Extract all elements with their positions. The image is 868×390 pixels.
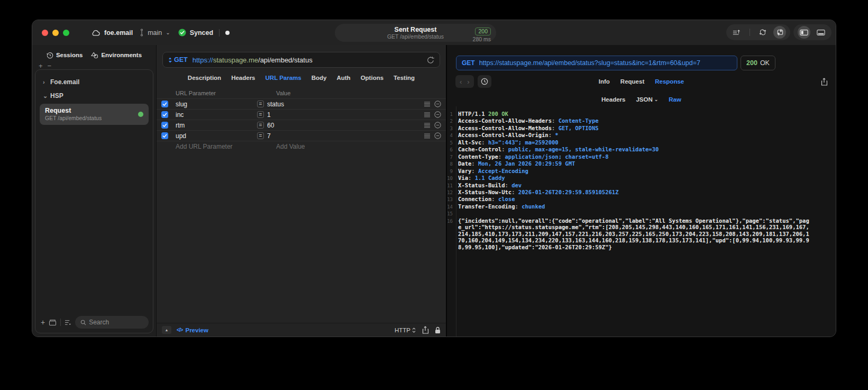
divider <box>60 319 61 326</box>
line-number: 2 <box>447 117 455 124</box>
tab-description[interactable]: Description <box>188 75 221 81</box>
line-number: 16 <box>447 217 455 250</box>
minimize-window-button[interactable] <box>52 30 59 36</box>
drag-handle-icon[interactable] <box>424 112 430 117</box>
toolbar-group-left <box>726 24 790 40</box>
remove-param-icon[interactable] <box>434 122 441 129</box>
swap-arrows-icon[interactable] <box>756 26 769 39</box>
drag-handle-icon[interactable] <box>424 102 430 107</box>
response-subtabs: HeadersJSON⌄Raw <box>447 93 836 106</box>
branch-chevron-icon[interactable]: ⌄ <box>166 30 170 35</box>
param-value-field[interactable]: 60 <box>267 122 424 129</box>
sidebar-tab-sessions[interactable]: Sessions <box>47 52 83 59</box>
tree-item-foe-email[interactable]: › Foe.email <box>39 75 150 89</box>
zoom-window-button[interactable] <box>63 30 69 36</box>
tab-url-params[interactable]: URL Params <box>266 75 301 81</box>
remove-param-icon[interactable] <box>434 101 441 107</box>
param-enabled-checkbox[interactable] <box>161 122 168 129</box>
add-value-placeholder[interactable]: Add Value <box>276 143 446 150</box>
add-url-parameter-placeholder[interactable]: Add URL Parameter <box>176 143 264 150</box>
lock-icon[interactable] <box>435 326 441 334</box>
add-session-button[interactable]: + <box>39 62 43 69</box>
response-line: 16{"incidents":null,"overall":{"code":"o… <box>447 217 836 250</box>
tab-testing[interactable]: Testing <box>394 75 415 81</box>
response-line: 6Cache-Control: public, max-age=15, stal… <box>447 146 836 153</box>
url-path[interactable]: /api/embed/status <box>258 56 313 64</box>
sent-request-summary[interactable]: Sent Request GET /api/embed/status 200 2… <box>335 24 496 42</box>
response-line: 10Via: 1.1 Caddy <box>447 175 836 182</box>
export-response-icon[interactable] <box>821 78 827 86</box>
request-item-subtitle: GET /api/embed/status <box>45 115 138 122</box>
tab-options[interactable]: Options <box>361 75 383 81</box>
param-name-field[interactable]: upd <box>176 132 257 140</box>
sync-status: Synced <box>190 29 213 37</box>
request-list-item-selected[interactable]: Request GET /api/embed/status <box>40 104 149 125</box>
shapes-icon <box>91 52 98 59</box>
equals-icon: = <box>257 122 264 129</box>
add-request-button[interactable]: + <box>41 318 45 326</box>
param-enabled-checkbox[interactable] <box>161 132 168 139</box>
tab-headers[interactable]: Headers <box>601 96 625 103</box>
tab-raw[interactable]: Raw <box>669 96 681 103</box>
param-value-field[interactable]: 1 <box>267 111 424 119</box>
request-editor: GET https://statuspage.me/api/embed/stat… <box>157 45 446 337</box>
branch-name[interactable]: main <box>148 29 162 37</box>
method-stepper-icon[interactable] <box>168 57 172 63</box>
tree-item-hsp[interactable]: ⌄ HSP <box>39 89 150 103</box>
line-number: 11 <box>447 182 455 189</box>
request-method[interactable]: GET <box>174 56 188 64</box>
param-value-field[interactable]: status <box>267 101 424 108</box>
param-name-field[interactable]: slug <box>176 101 257 108</box>
left-sidebar-toggle-icon[interactable] <box>798 26 810 39</box>
drag-handle-icon[interactable] <box>424 133 430 139</box>
tab-response[interactable]: Response <box>655 78 684 85</box>
request-duration: 280 ms <box>473 36 491 42</box>
tab-json[interactable]: JSON⌄ <box>636 96 658 103</box>
tab-request[interactable]: Request <box>620 78 644 85</box>
remove-session-button[interactable]: − <box>48 62 52 69</box>
raw-response-content[interactable]: 1HTTP/1.1 200 OK2Access-Control-Allow-He… <box>447 106 836 337</box>
chevron-down-icon: ⌄ <box>654 97 659 102</box>
response-line: 11X-Status-Build: dev <box>447 182 836 189</box>
param-name-field[interactable]: rtm <box>176 122 257 129</box>
search-icon <box>80 320 86 325</box>
search-input[interactable]: Search <box>75 316 149 329</box>
request-url-bar[interactable]: GET https://statuspage.me/api/embed/stat… <box>162 52 440 68</box>
resend-request-icon[interactable] <box>427 56 434 64</box>
recording-dot-icon[interactable] <box>225 31 230 35</box>
search-placeholder: Search <box>89 319 109 326</box>
url-host[interactable]: statuspage.me <box>213 56 258 64</box>
export-list-icon[interactable] <box>730 26 743 39</box>
tab-info[interactable]: Info <box>599 78 610 85</box>
chevron-down-icon[interactable]: ⌄ <box>43 93 47 99</box>
project-name[interactable]: foe.email <box>104 29 133 37</box>
line-number: 12 <box>447 189 455 196</box>
remove-param-icon[interactable] <box>434 132 441 139</box>
expand-panel-button[interactable]: ▲ <box>162 326 171 334</box>
add-param-row[interactable]: Add URL Parameter Add Value <box>157 141 446 152</box>
tab-auth[interactable]: Auth <box>336 75 350 81</box>
sort-list-icon[interactable] <box>65 320 71 325</box>
remove-param-icon[interactable] <box>434 111 441 118</box>
equals-icon: = <box>257 132 264 139</box>
param-value-field[interactable]: 7 <box>267 132 424 140</box>
param-enabled-checkbox[interactable] <box>161 101 168 107</box>
drag-handle-icon[interactable] <box>424 123 430 128</box>
protocol-select[interactable]: HTTP <box>395 327 416 333</box>
tab-headers[interactable]: Headers <box>231 75 255 81</box>
response-url: https://statuspage.me/api/embed/status?s… <box>479 59 700 67</box>
url-scheme[interactable]: https:// <box>193 56 213 64</box>
close-window-button[interactable] <box>42 30 48 36</box>
bottom-panel-toggle-icon[interactable] <box>815 26 827 39</box>
preview-button[interactable]: </> Preview <box>177 327 208 333</box>
param-name-field[interactable]: inc <box>176 111 257 119</box>
sidebar-tab-environments[interactable]: Environments <box>91 52 142 59</box>
chevron-right-icon[interactable]: › <box>43 79 47 85</box>
response-url-bar[interactable]: GET https://statuspage.me/api/embed/stat… <box>456 56 737 70</box>
tab-body[interactable]: Body <box>312 75 327 81</box>
new-group-icon[interactable] <box>49 319 57 326</box>
code-icon: </> <box>177 327 182 333</box>
share-icon[interactable] <box>422 326 428 334</box>
import-export-icon[interactable] <box>773 26 786 39</box>
param-enabled-checkbox[interactable] <box>161 111 168 118</box>
